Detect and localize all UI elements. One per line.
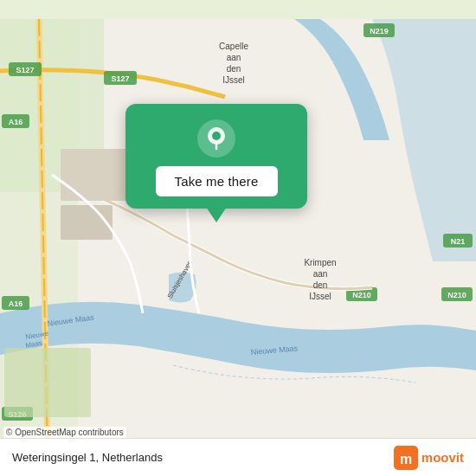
svg-text:IJssel: IJssel [222,75,245,85]
svg-text:S127: S127 [111,74,129,83]
svg-text:Capelle: Capelle [219,42,248,51]
moovit-icon: m [394,446,418,470]
take-me-there-button[interactable]: Take me there [156,166,278,196]
location-icon-circle [197,119,235,158]
svg-text:A16: A16 [9,299,23,308]
svg-text:aan: aan [313,269,328,279]
map-background: S127 S127 A16 A16 N219 N210 N210 S126 N2… [0,0,476,476]
svg-text:N219: N219 [370,27,389,35]
svg-text:IJssel: IJssel [309,292,331,301]
svg-rect-34 [61,149,130,201]
popup-card: Take me there [125,104,307,209]
svg-text:N210: N210 [352,291,371,299]
svg-rect-36 [4,348,91,417]
svg-rect-35 [61,205,113,240]
svg-text:N210: N210 [447,291,466,299]
moovit-name: moovit [421,450,464,465]
map-container: S127 S127 A16 A16 N219 N210 N210 S126 N2… [0,0,476,476]
svg-text:den: den [227,64,241,74]
svg-text:den: den [313,280,328,290]
svg-text:N21: N21 [451,237,466,246]
osm-attribution: © OpenStreetMap contributors [3,427,126,438]
svg-text:Krimpen: Krimpen [304,258,336,267]
svg-text:A16: A16 [9,118,23,126]
bottom-bar: Weteringsingel 1, Netherlands m moovit [0,438,476,476]
svg-text:aan: aan [227,53,241,62]
svg-text:m: m [400,452,412,466]
location-pin-icon [204,126,228,151]
svg-text:S127: S127 [16,66,34,74]
address-text: Weteringsingel 1, Netherlands [12,451,163,464]
svg-point-38 [212,132,221,140]
moovit-logo: m moovit [394,446,464,470]
